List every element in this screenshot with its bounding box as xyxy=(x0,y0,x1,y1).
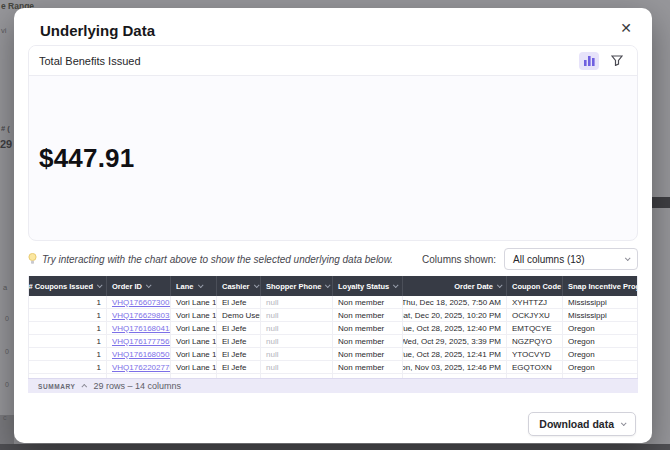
table-cell: 1 xyxy=(29,309,107,321)
column-header-cashier[interactable]: Cashier xyxy=(217,276,261,296)
column-header-snap-incentive-program[interactable]: Snap Incentive Program xyxy=(563,276,638,296)
metric-card-header: Total Benefits Issued xyxy=(29,46,637,76)
column-header-order-date[interactable]: Order Date xyxy=(403,276,507,296)
table-row: 1VHQ1766298033Vori Lane 1Demo UsernullNo… xyxy=(29,309,637,322)
table-cell: Non member xyxy=(333,335,403,347)
background-text-fragment: c xyxy=(3,414,7,421)
order-id-link[interactable]: VHQ1761680509 xyxy=(112,350,171,359)
table-cell: Vori Lane 1 xyxy=(171,348,217,360)
table-cell: 1 xyxy=(29,348,107,360)
column-header-shopper-phone[interactable]: Shopper Phone xyxy=(261,276,333,296)
chevron-down-icon xyxy=(625,255,631,261)
sort-chevron-icon xyxy=(393,282,399,288)
download-data-label: Download data xyxy=(539,418,614,430)
background-bottom-bar xyxy=(0,444,670,450)
background-text-fragment: # ( xyxy=(1,124,10,133)
table-cell: Vori Lane 1 xyxy=(171,322,217,334)
table-cell: XYHTTZJ xyxy=(507,296,563,308)
tip-row: Try interacting with the chart above to … xyxy=(28,246,638,272)
summary-text: 29 rows – 14 columns xyxy=(94,381,182,391)
filter-icon[interactable] xyxy=(607,52,627,70)
metric-card-title: Total Benefits Issued xyxy=(39,55,141,67)
table-cell: null xyxy=(261,361,333,373)
table-cell: Thu, Dec 18, 2025, 7:50 AM xyxy=(403,296,507,308)
metric-card-toolbar xyxy=(579,52,627,70)
table-cell: null xyxy=(261,348,333,360)
table-cell: YTOCVYD xyxy=(507,348,563,360)
table-row: 1VHQ1761680509Vori Lane 1El JefenullNon … xyxy=(29,348,637,361)
table-cell: Non member xyxy=(333,309,403,321)
table-header-row: # Coupons IssuedOrder IDLaneCashierShopp… xyxy=(29,276,637,296)
metric-value: $447.91 xyxy=(29,143,134,174)
table-cell: 1 xyxy=(29,296,107,308)
table-cell: VHQ1766298033 xyxy=(107,309,171,321)
sort-chevron-icon xyxy=(146,282,152,288)
order-id-link[interactable]: VHQ1761777569 xyxy=(112,337,171,346)
background-text-fragment: vi xyxy=(1,26,6,35)
table-cell: Oregon xyxy=(563,335,638,347)
columns-dropdown[interactable]: All columns (13) xyxy=(504,248,638,270)
table-cell: Mississippi xyxy=(563,296,638,308)
tip-message: Try interacting with the chart above to … xyxy=(28,253,393,265)
table-row: 1VHQ1761680418Vori Lane 1El JefenullNon … xyxy=(29,322,637,335)
order-id-link[interactable]: VHQ1766073002 xyxy=(112,298,171,307)
chevron-up-icon xyxy=(81,384,87,390)
metric-card-body: $447.91 xyxy=(29,76,637,241)
table-cell: VHQ1761680418 xyxy=(107,322,171,334)
column-header-order-id[interactable]: Order ID xyxy=(107,276,171,296)
chevron-down-icon xyxy=(621,420,627,426)
bulb-icon xyxy=(28,253,37,265)
close-icon[interactable]: ✕ xyxy=(616,18,636,38)
table-cell: 1 xyxy=(29,361,107,373)
sort-chevron-icon xyxy=(97,282,103,288)
table-cell: El Jefe xyxy=(217,296,261,308)
order-id-link[interactable]: VHQ1762202776 xyxy=(112,363,171,372)
table-row: 1VHQ1762202776Vori Lane 1El JefenullNon … xyxy=(29,361,637,374)
download-data-button[interactable]: Download data xyxy=(528,412,636,436)
background-text-fragment: 0 xyxy=(5,348,9,355)
table-cell: Non member xyxy=(333,322,403,334)
underlying-data-modal: Underlying Data ✕ Total Benefits Issued … xyxy=(14,8,652,443)
table-cell: Non member xyxy=(333,348,403,360)
background-text-fragment: 0 xyxy=(5,315,9,322)
table-cell: Vori Lane 1 xyxy=(171,309,217,321)
column-header--coupons-issued[interactable]: # Coupons Issued xyxy=(29,276,107,296)
table-cell: null xyxy=(261,309,333,321)
table-cell: Vori Lane 1 xyxy=(171,296,217,308)
columns-shown-label: Columns shown: xyxy=(422,254,496,265)
table-summary-bar[interactable]: SUMMARY 29 rows – 14 columns xyxy=(28,378,638,393)
table-cell: EMTQCYE xyxy=(507,322,563,334)
table-cell: VHQ1762202776 xyxy=(107,361,171,373)
sort-chevron-icon xyxy=(197,282,203,288)
table-cell: Tue, Oct 28, 2025, 12:41 PM xyxy=(403,348,507,360)
table-body: 1VHQ1766073002Vori Lane 1El JefenullNon … xyxy=(29,296,637,378)
background-text-fragment: 29 xyxy=(0,138,12,150)
sort-chevron-icon xyxy=(325,282,331,288)
bar-chart-icon[interactable] xyxy=(579,52,599,70)
column-header-coupon-code[interactable]: Coupon Code xyxy=(507,276,563,296)
column-header-loyalty-status[interactable]: Loyalty Status xyxy=(333,276,403,296)
table-cell: 1 xyxy=(29,322,107,334)
tip-text: Try interacting with the chart above to … xyxy=(42,254,393,265)
table-cell: El Jefe xyxy=(217,361,261,373)
table-cell: NGZPQYO xyxy=(507,335,563,347)
table-cell: El Jefe xyxy=(217,322,261,334)
table-cell: VHQ1766073002 xyxy=(107,296,171,308)
table-cell: VHQ1761777569 xyxy=(107,335,171,347)
order-id-link[interactable]: VHQ1761680418 xyxy=(112,324,171,333)
table-cell: EGQTOXN xyxy=(507,361,563,373)
table-cell: El Jefe xyxy=(217,348,261,360)
column-header-lane[interactable]: Lane xyxy=(171,276,217,296)
table-row: 1VHQ1766073002Vori Lane 1El JefenullNon … xyxy=(29,296,637,309)
background-text-fragment: 0 xyxy=(5,381,9,388)
order-id-link[interactable]: VHQ1766298033 xyxy=(112,311,171,320)
columns-dropdown-value: All columns (13) xyxy=(513,254,585,265)
table-cell: Mississippi xyxy=(563,309,638,321)
table-cell: Demo User xyxy=(217,309,261,321)
table-cell: Non member xyxy=(333,296,403,308)
table-cell: 1 xyxy=(29,335,107,347)
table-cell: Oregon xyxy=(563,361,638,373)
summary-label: SUMMARY xyxy=(38,383,76,390)
table-cell: Mon, Nov 03, 2025, 12:46 PM xyxy=(403,361,507,373)
background-text-fragment: a xyxy=(3,283,7,292)
